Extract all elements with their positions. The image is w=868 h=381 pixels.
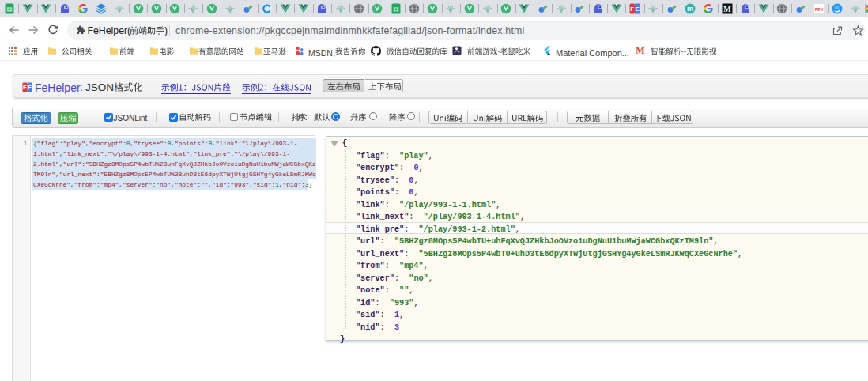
svg-text:F: F bbox=[23, 84, 27, 91]
svg-text:F: F bbox=[630, 6, 634, 13]
svg-text:M: M bbox=[723, 5, 731, 13]
svg-text:FEX: FEX bbox=[814, 7, 823, 12]
svg-text:M: M bbox=[636, 46, 644, 55]
svg-text:E: E bbox=[636, 6, 640, 13]
svg-text:E: E bbox=[28, 84, 32, 91]
svg-text:m: m bbox=[687, 5, 693, 13]
